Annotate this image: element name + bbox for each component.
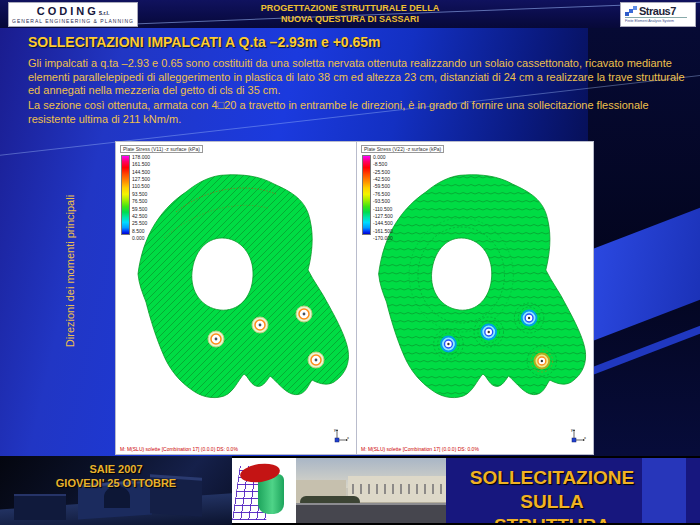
plot-title-v22: Plate Stress (V22) -z surface (kPa) bbox=[361, 145, 444, 153]
legend-value: -42.500 bbox=[373, 177, 393, 182]
vertical-side-label: Direzioni dei momenti principali bbox=[64, 156, 76, 386]
axis-triad-icon: y x bbox=[333, 427, 351, 445]
legend-value: 144.500 bbox=[132, 170, 150, 175]
footer-strip: SAIE 2007 GIOVEDI' 25 OTTOBRE SOLLECITAZ… bbox=[0, 456, 700, 525]
fea-plot-v22: Plate Stress (V22) -z surface (kPa) 0.00… bbox=[356, 141, 594, 455]
straus7-logo-tagline: Finite Element Analysis System bbox=[625, 17, 687, 23]
legend-value: -93.500 bbox=[373, 199, 393, 204]
slide-body: SOLLECITAZIONI IMPALCATI A Q.ta –2.93m e… bbox=[0, 28, 700, 456]
legend-value: -110.500 bbox=[373, 207, 393, 212]
legend-value: -144.500 bbox=[373, 221, 393, 226]
legend-value: 0.000 bbox=[132, 236, 150, 241]
fem-model-thumbnail bbox=[232, 458, 296, 523]
coding-logo-suffix: S.r.l. bbox=[99, 10, 110, 16]
legend-colorbar bbox=[362, 155, 371, 235]
header-title-line2: NUOVA QUESTURA DI SASSARI bbox=[180, 14, 520, 25]
banner-line2: STRUTTURA bbox=[446, 514, 658, 524]
background-blue-swoosh bbox=[588, 203, 700, 345]
svg-text:y: y bbox=[571, 427, 573, 432]
paragraph-1: Gli impalcati a q.ta –2.93 e 0.65 sono c… bbox=[28, 57, 690, 98]
coding-logo-name: CODINGS.r.l. bbox=[9, 6, 137, 17]
legend-value: 42.500 bbox=[132, 214, 150, 219]
legend-colorbar bbox=[121, 155, 130, 235]
banner-line1: SOLLECITAZIONE SULLA bbox=[446, 466, 658, 514]
coding-logo: CODINGS.r.l. GENERAL ENGINEERING & PLANN… bbox=[8, 2, 138, 27]
axis-triad-icon: y x bbox=[570, 427, 588, 445]
legend-value: 161.500 bbox=[132, 162, 150, 167]
legend-value: 0.000 bbox=[373, 155, 393, 160]
fea-plot-v11: Plate Stress (V11) -z surface (kPa) 178.… bbox=[115, 141, 357, 455]
svg-text:x: x bbox=[347, 435, 349, 440]
event-label: SAIE 2007 GIOVEDI' 25 OTTOBRE bbox=[12, 462, 220, 491]
legend-value: -127.500 bbox=[373, 214, 393, 219]
coding-logo-tagline: GENERAL ENGINEERING & PLANNING bbox=[9, 19, 137, 24]
straus7-pixel-icon bbox=[625, 6, 637, 17]
svg-text:x: x bbox=[584, 435, 586, 440]
legend-value: -161.500 bbox=[373, 229, 393, 234]
straus7-logo: Straus7 Finite Element Analysis System bbox=[620, 2, 696, 27]
color-legend-v22: 0.000-8.500-25.500-42.500-59.500-76.500-… bbox=[362, 155, 393, 241]
color-legend-v11: 178.000161.500144.500127.500110.50093.50… bbox=[121, 155, 150, 241]
legend-value: 76.500 bbox=[132, 199, 150, 204]
banner-title: SOLLECITAZIONE SULLA STRUTTURA bbox=[446, 466, 658, 523]
legend-value: 127.500 bbox=[132, 177, 150, 182]
legend-value: 178.000 bbox=[132, 155, 150, 160]
header-title-line1: PROGETTAZIONE STRUTTURALE DELLA bbox=[180, 3, 520, 14]
header-bar: CODINGS.r.l. GENERAL ENGINEERING & PLANN… bbox=[0, 0, 700, 28]
slide-paragraph: Gli impalcati a q.ta –2.93 e 0.65 sono c… bbox=[28, 57, 690, 127]
legend-labels: 178.000161.500144.500127.500110.50093.50… bbox=[132, 155, 150, 241]
contour-plot-v11 bbox=[116, 142, 356, 454]
plot-status-bar: M: M(SLU) solette [Combination 17] (0.0.… bbox=[120, 446, 238, 452]
legend-value: -8.500 bbox=[373, 162, 393, 167]
legend-value: 59.500 bbox=[132, 207, 150, 212]
presentation-slide: CODINGS.r.l. GENERAL ENGINEERING & PLANN… bbox=[0, 0, 700, 525]
section-banner: SOLLECITAZIONE SULLA STRUTTURA bbox=[446, 458, 700, 523]
legend-value: 110.500 bbox=[132, 184, 150, 189]
building-photo bbox=[296, 458, 446, 523]
legend-labels: 0.000-8.500-25.500-42.500-59.500-76.500-… bbox=[373, 155, 393, 241]
header-title: PROGETTAZIONE STRUTTURALE DELLA NUOVA QU… bbox=[180, 3, 520, 26]
legend-value: 93.500 bbox=[132, 192, 150, 197]
legend-value: 8.500 bbox=[132, 229, 150, 234]
legend-value: -76.500 bbox=[373, 192, 393, 197]
plot-title-v11: Plate Stress (V11) -z surface (kPa) bbox=[120, 145, 203, 153]
svg-text:y: y bbox=[334, 427, 336, 432]
legend-value: 25.500 bbox=[132, 221, 150, 226]
legend-value: -170.000 bbox=[373, 236, 393, 241]
event-line1: SAIE 2007 bbox=[12, 462, 220, 476]
legend-value: -25.500 bbox=[373, 170, 393, 175]
straus7-logo-name: Straus7 bbox=[639, 5, 676, 17]
legend-value: -59.500 bbox=[373, 184, 393, 189]
event-line2: GIOVEDI' 25 OTTOBRE bbox=[12, 476, 220, 490]
plot-status-bar: M: M(SLU) solette [Combination 17] (0.0.… bbox=[361, 446, 479, 452]
slide-title: SOLLECITAZIONI IMPALCATI A Q.ta –2.93m e… bbox=[28, 34, 381, 50]
paragraph-2: La sezione così ottenuta, armata con 4□2… bbox=[28, 99, 690, 126]
